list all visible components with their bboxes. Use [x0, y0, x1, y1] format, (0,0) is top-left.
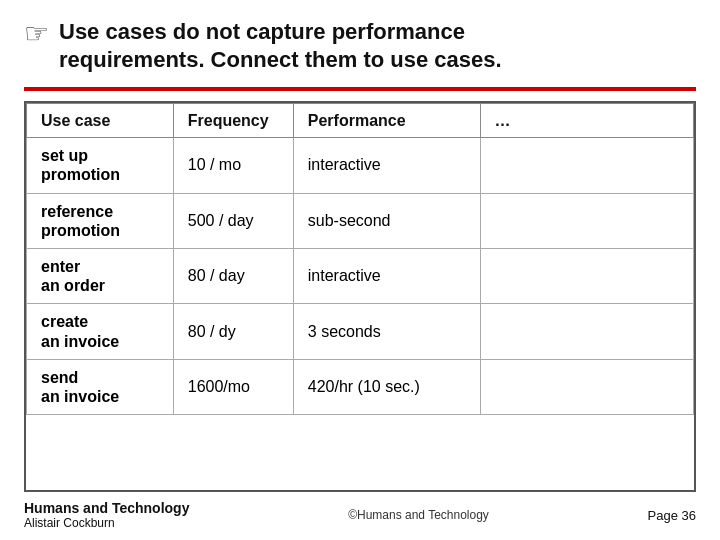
table-wrap: Use case Frequency Performance … set upp…: [24, 101, 696, 492]
bullet-icon: ☞: [24, 20, 49, 48]
usecase-cell: set uppromotion: [27, 138, 174, 193]
col-header-performance: Performance: [293, 104, 480, 138]
heading-text: Use cases do not capture performance req…: [59, 18, 502, 73]
frequency-cell: 80 / dy: [173, 304, 293, 359]
usecase-cell: referencepromotion: [27, 193, 174, 248]
performance-cell: sub-second: [293, 193, 480, 248]
col-header-frequency: Frequency: [173, 104, 293, 138]
extra-cell: [480, 193, 693, 248]
performance-cell: 3 seconds: [293, 304, 480, 359]
frequency-cell: 500 / day: [173, 193, 293, 248]
extra-cell: [480, 304, 693, 359]
col-header-usecase: Use case: [27, 104, 174, 138]
performance-cell: interactive: [293, 248, 480, 303]
usecase-cell: sendan invoice: [27, 359, 174, 414]
table-row: set uppromotion 10 / mo interactive: [27, 138, 694, 193]
main-table: Use case Frequency Performance … set upp…: [26, 103, 694, 415]
footer-author: Alistair Cockburn: [24, 516, 189, 530]
usecase-cell: enteran order: [27, 248, 174, 303]
red-line: [24, 87, 696, 91]
frequency-cell: 80 / day: [173, 248, 293, 303]
table-row: enteran order 80 / day interactive: [27, 248, 694, 303]
table-row: createan invoice 80 / dy 3 seconds: [27, 304, 694, 359]
table-header-row: Use case Frequency Performance …: [27, 104, 694, 138]
heading-line2: requirements. Connect them to use cases.: [59, 47, 502, 72]
heading-line1: Use cases do not capture performance: [59, 19, 465, 44]
col-header-extra: …: [480, 104, 693, 138]
extra-cell: [480, 138, 693, 193]
performance-cell: interactive: [293, 138, 480, 193]
page: ☞ Use cases do not capture performance r…: [0, 0, 720, 540]
performance-cell: 420/hr (10 sec.): [293, 359, 480, 414]
footer-company: Humans and Technology: [24, 500, 189, 516]
usecase-cell: createan invoice: [27, 304, 174, 359]
frequency-cell: 10 / mo: [173, 138, 293, 193]
footer-left: Humans and Technology Alistair Cockburn: [24, 500, 189, 530]
footer: Humans and Technology Alistair Cockburn …: [24, 500, 696, 530]
extra-cell: [480, 248, 693, 303]
extra-cell: [480, 359, 693, 414]
table-row: referencepromotion 500 / day sub-second: [27, 193, 694, 248]
footer-copyright: ©Humans and Technology: [348, 508, 489, 522]
table-body: set uppromotion 10 / mo interactive refe…: [27, 138, 694, 415]
footer-page: Page 36: [648, 508, 696, 523]
table-row: sendan invoice 1600/mo 420/hr (10 sec.): [27, 359, 694, 414]
header-row: ☞ Use cases do not capture performance r…: [24, 18, 696, 73]
frequency-cell: 1600/mo: [173, 359, 293, 414]
